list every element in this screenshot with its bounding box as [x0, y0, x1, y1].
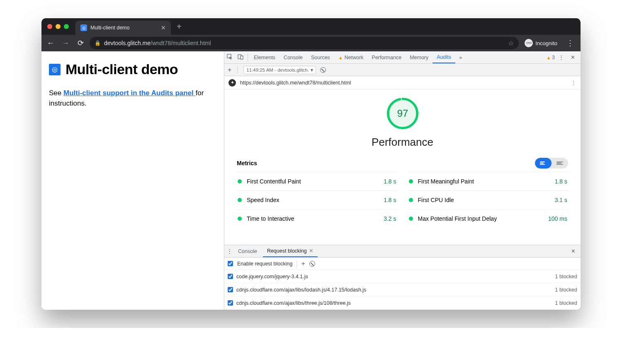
metric-name: Max Potential First Input Delay: [418, 215, 497, 222]
report-menu-button[interactable]: ⋮: [571, 80, 576, 86]
pattern-checkbox[interactable]: [228, 274, 233, 279]
browser-menu-button[interactable]: ⋮: [563, 39, 577, 48]
tab-elements[interactable]: Elements: [250, 51, 279, 63]
new-tab-button[interactable]: +: [171, 22, 187, 31]
pattern-checkbox[interactable]: [228, 287, 233, 292]
status-dot-icon: [238, 198, 242, 202]
close-window-button[interactable]: [47, 24, 52, 29]
performance-gauge: 97: [386, 97, 419, 130]
pattern-checkbox[interactable]: [228, 300, 233, 306]
gauge-score: 97: [397, 108, 408, 119]
audits-toolbar: + 11:49:25 AM - devtools.glitch. ▾: [224, 64, 581, 76]
gauge-title: Performance: [372, 136, 433, 149]
page-content: ◎ Multi-client demo See Multi-client sup…: [41, 51, 224, 310]
bookmark-star-icon[interactable]: ☆: [508, 39, 514, 47]
page-text-prefix: See: [49, 89, 63, 97]
address-bar[interactable]: 🔒 devtools.glitch.me/wndt78/multiclient.…: [90, 37, 519, 49]
metrics-view-toggle: [535, 158, 568, 169]
metric-row[interactable]: Max Potential First Input Delay100 ms: [408, 209, 569, 228]
blocked-pattern-row[interactable]: cdnjs.cloudflare.com/ajax/libs/three.js/…: [224, 297, 581, 310]
blocked-pattern-row[interactable]: cdnjs.cloudflare.com/ajax/libs/lodash.js…: [224, 283, 581, 297]
tab-memory[interactable]: Memory: [406, 51, 432, 63]
metric-row[interactable]: First Meaningful Paint1.8 s: [408, 172, 569, 190]
address-host: devtools.glitch.me: [104, 40, 151, 46]
new-audit-button[interactable]: +: [228, 66, 231, 74]
page-link[interactable]: Multi-client support in the Audits panel: [63, 89, 196, 97]
reload-button[interactable]: ⟳: [75, 37, 86, 49]
pattern-count: 1 blocked: [555, 287, 577, 293]
metric-row[interactable]: First CPU Idle3.1 s: [408, 190, 569, 209]
metric-value: 1.8 s: [384, 178, 396, 185]
incognito-label: Incognito: [535, 40, 557, 46]
drawer-tabstrip: ⋮ Console Request blocking ✕ ✕: [224, 245, 581, 258]
metric-row[interactable]: Time to Interactive3.2 s: [237, 209, 397, 228]
close-tab-button[interactable]: ✕: [161, 24, 166, 31]
page-logo-icon: ◎: [49, 64, 61, 75]
clear-button[interactable]: [320, 67, 326, 73]
content-area: ◎ Multi-client demo See Multi-client sup…: [41, 51, 581, 310]
drawer-tab-request-blocking[interactable]: Request blocking ✕: [263, 245, 318, 257]
incognito-icon: 👓: [525, 39, 533, 47]
chevron-down-icon: ▾: [311, 67, 313, 73]
drawer-close-button[interactable]: ✕: [569, 248, 578, 254]
status-dot-icon: [409, 179, 413, 183]
remove-all-patterns-button[interactable]: [309, 261, 315, 267]
tab-performance[interactable]: Performance: [368, 51, 406, 63]
incognito-indicator[interactable]: 👓 Incognito: [522, 39, 560, 47]
tab-console[interactable]: Console: [279, 51, 307, 63]
add-pattern-button[interactable]: +: [301, 260, 305, 268]
metric-name: Speed Index: [247, 197, 279, 203]
window-controls: [47, 24, 69, 29]
maximize-window-button[interactable]: [64, 24, 69, 29]
report-selector[interactable]: 11:49:25 AM - devtools.glitch. ▾: [243, 66, 316, 74]
warnings-badge[interactable]: ▲3: [546, 55, 555, 60]
minimize-window-button[interactable]: [56, 24, 61, 29]
forward-button[interactable]: →: [60, 37, 71, 49]
browser-window: ◎ Multi-client demo ✕ + ← → ⟳ 🔒 devtools…: [41, 18, 581, 310]
lighthouse-icon: ✦: [228, 79, 236, 87]
lock-icon: 🔒: [95, 40, 101, 46]
audit-url-row: ✦ https://devtools.glitch.me/wndt78/mult…: [224, 76, 581, 89]
toggle-expanded[interactable]: [552, 158, 568, 169]
devtools-close-button[interactable]: ✕: [567, 54, 578, 60]
device-toolbar-icon[interactable]: [235, 54, 246, 61]
more-tabs-button[interactable]: »: [455, 55, 466, 60]
tab-sources[interactable]: Sources: [307, 51, 334, 63]
toggle-compact[interactable]: [535, 158, 552, 169]
devtools-settings-button[interactable]: ⋮: [556, 54, 566, 60]
metric-name: First Meaningful Paint: [418, 178, 474, 185]
audit-url: https://devtools.glitch.me/wndt78/multic…: [240, 80, 351, 86]
pattern-count: 1 blocked: [555, 274, 577, 280]
browser-tab[interactable]: ◎ Multi-client demo ✕: [75, 21, 171, 35]
metric-row[interactable]: First Contentful Paint1.8 s: [237, 172, 397, 190]
status-dot-icon: [409, 198, 413, 202]
drawer-tab-console[interactable]: Console: [234, 245, 261, 257]
address-path: /wndt78/multiclient.html: [151, 40, 211, 46]
back-button[interactable]: ←: [45, 37, 56, 49]
request-blocking-toolbar: Enable request blocking +: [224, 258, 581, 270]
tab-network[interactable]: ▲Network: [334, 51, 368, 63]
metric-name: First CPU Idle: [418, 197, 454, 203]
close-drawer-tab-button[interactable]: ✕: [309, 248, 313, 254]
page-paragraph: See Multi-client support in the Audits p…: [49, 88, 216, 108]
tab-title: Multi-client demo: [90, 25, 129, 31]
enable-blocking-checkbox[interactable]: [228, 261, 233, 266]
tab-audits[interactable]: Audits: [432, 51, 455, 63]
metric-value: 1.8 s: [555, 178, 567, 185]
page-heading: Multi-client demo: [66, 61, 178, 77]
pattern-url: code.jquery.com/jquery-3.4.1.js: [236, 274, 308, 280]
inspect-element-icon[interactable]: [224, 54, 235, 61]
drawer-menu-button[interactable]: ⋮: [227, 248, 232, 254]
devtools-tabstrip: Elements Console Sources ▲Network Perfor…: [224, 51, 581, 64]
devtools-panel: Elements Console Sources ▲Network Perfor…: [224, 51, 581, 310]
blocked-pattern-row[interactable]: code.jquery.com/jquery-3.4.1.js 1 blocke…: [224, 270, 581, 283]
metric-value: 3.1 s: [555, 197, 567, 203]
warning-icon: ▲: [338, 55, 343, 60]
warning-icon: ▲: [546, 55, 551, 60]
metric-name: Time to Interactive: [247, 215, 294, 222]
metrics-grid: First Contentful Paint1.8 s First Meanin…: [237, 172, 568, 228]
devtools-drawer: ⋮ Console Request blocking ✕ ✕ Enable re…: [224, 245, 581, 310]
metric-name: First Contentful Paint: [247, 178, 301, 185]
toolbar: ← → ⟳ 🔒 devtools.glitch.me/wndt78/multic…: [41, 35, 581, 51]
metric-row[interactable]: Speed Index1.8 s: [237, 190, 397, 209]
